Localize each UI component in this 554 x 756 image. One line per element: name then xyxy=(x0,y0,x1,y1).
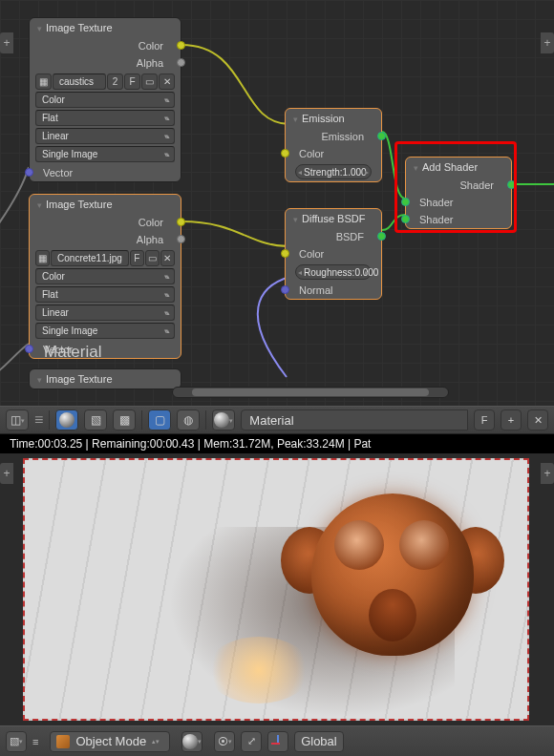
fake-user-toggle[interactable]: F xyxy=(124,74,140,90)
left-panel-toggle[interactable]: + xyxy=(0,463,13,484)
roughness-field[interactable]: Roughness: 0.000 xyxy=(295,264,372,280)
socket-label: Shader xyxy=(419,214,453,225)
right-panel-toggle[interactable]: + xyxy=(541,32,554,53)
projection-dropdown[interactable]: Flat xyxy=(35,286,175,303)
editor-type-dropdown[interactable]: ▧▾ xyxy=(6,731,27,752)
projection-dropdown[interactable]: Flat xyxy=(35,110,175,126)
socket-label: Color xyxy=(299,248,324,260)
socket-label: Shader xyxy=(419,197,453,208)
use-nodes-icon[interactable]: ▢ xyxy=(148,410,171,430)
colorspace-dropdown[interactable]: Color xyxy=(35,268,175,284)
horizontal-scrollbar[interactable] xyxy=(172,387,449,398)
right-panel-toggle[interactable]: + xyxy=(541,463,554,484)
viewport-3d[interactable]: + + xyxy=(0,453,554,725)
pivot-dropdown[interactable]: ⦿▾ xyxy=(214,731,235,752)
node-editor[interactable]: + + Image Texture Color Alpha ▦ caustics… xyxy=(0,0,554,406)
menu-collapse-icon[interactable]: ≡ xyxy=(32,736,38,747)
orientation-dropdown[interactable]: Global xyxy=(294,731,344,752)
socket-label: Color xyxy=(299,148,324,159)
colorspace-dropdown[interactable]: Color xyxy=(35,92,175,108)
shader-type-linestyle-icon[interactable]: ▩ xyxy=(113,410,136,430)
viewport-toolbar: ▧▾ ≡ Object Mode ▴▾ ▾ ⦿▾ ⤢ Global xyxy=(0,725,554,756)
node-header: Diffuse BSDF xyxy=(286,209,381,228)
node-image-texture-3[interactable]: Image Texture xyxy=(29,368,181,389)
cube-icon xyxy=(56,735,70,748)
socket-label: Vector xyxy=(43,167,73,178)
shader-type-object-icon[interactable] xyxy=(55,410,78,430)
socket-label: Emission xyxy=(321,131,364,142)
image-name-field[interactable]: Concrete11.jpg xyxy=(51,250,129,266)
socket-label: Alpha xyxy=(137,234,163,245)
image-browse-icon[interactable]: ▦ xyxy=(35,250,50,266)
node-image-texture-2[interactable]: Image Texture Color Alpha ▦ Concrete11.j… xyxy=(29,194,181,359)
image-browse-icon[interactable]: ▦ xyxy=(35,74,52,90)
render-preview xyxy=(23,458,529,721)
socket-label: Normal xyxy=(299,284,332,296)
node-header: Image Texture xyxy=(30,369,181,388)
socket-label: Color xyxy=(138,40,163,52)
menu-collapse-icon[interactable]: ≡ xyxy=(34,411,43,429)
socket-label: Alpha xyxy=(137,57,163,69)
unlink-icon[interactable]: ✕ xyxy=(159,74,175,90)
new-material-button[interactable]: + xyxy=(501,410,522,430)
material-name-overlay: Material xyxy=(44,343,101,362)
unlink-material-button[interactable]: ✕ xyxy=(527,410,548,430)
axes-icon[interactable] xyxy=(267,731,288,752)
socket-label: Shader xyxy=(460,179,494,191)
world-shader-icon[interactable]: ◍ xyxy=(177,410,200,430)
node-emission[interactable]: Emission Emission Color Strength: 1.000 xyxy=(285,108,382,182)
shading-dropdown[interactable]: ▾ xyxy=(181,731,202,752)
source-dropdown[interactable]: Single Image xyxy=(35,146,175,162)
strength-field[interactable]: Strength: 1.000 xyxy=(295,164,372,179)
unlink-icon[interactable]: ✕ xyxy=(160,250,175,266)
user-count[interactable]: 2 xyxy=(107,74,123,90)
render-status-bar: Time:00:03.25 | Remaining:00:00.43 | Mem… xyxy=(0,434,554,453)
interpolation-dropdown[interactable]: Linear xyxy=(35,304,175,321)
suzanne-mesh xyxy=(273,474,502,675)
fake-user-toggle[interactable]: F xyxy=(474,410,495,430)
open-image-icon[interactable]: ▭ xyxy=(145,250,160,266)
mode-dropdown[interactable]: Object Mode ▴▾ xyxy=(50,731,170,752)
node-editor-toolbar: ◫▾ ≡ ▧ ▩ ▢ ◍ ▾ Material F + ✕ xyxy=(0,406,554,434)
node-header: Add Shader xyxy=(406,158,511,177)
image-name-field[interactable]: caustics xyxy=(53,74,106,90)
node-header: Image Texture xyxy=(30,18,181,37)
editor-type-dropdown[interactable]: ◫▾ xyxy=(6,410,29,430)
interpolation-dropdown[interactable]: Linear xyxy=(35,128,175,144)
fake-user-toggle[interactable]: F xyxy=(130,250,144,266)
source-dropdown[interactable]: Single Image xyxy=(35,323,175,339)
shader-type-world-icon[interactable]: ▧ xyxy=(84,410,107,430)
socket-label: Color xyxy=(138,217,163,228)
material-browse-icon[interactable]: ▾ xyxy=(212,410,235,430)
node-add-shader[interactable]: Add Shader Shader Shader Shader xyxy=(405,157,512,229)
left-panel-toggle[interactable]: + xyxy=(0,32,13,53)
node-image-texture-1[interactable]: Image Texture Color Alpha ▦ caustics 2 F… xyxy=(29,17,181,182)
node-diffuse-bsdf[interactable]: Diffuse BSDF BSDF Color Roughness: 0.000… xyxy=(285,208,382,300)
socket-label: BSDF xyxy=(336,231,364,242)
node-header: Image Texture xyxy=(30,195,181,214)
manipulator-toggle[interactable]: ⤢ xyxy=(241,731,262,752)
material-name-field[interactable]: Material xyxy=(241,410,468,430)
node-header: Emission xyxy=(286,109,381,128)
open-image-icon[interactable]: ▭ xyxy=(141,74,158,90)
